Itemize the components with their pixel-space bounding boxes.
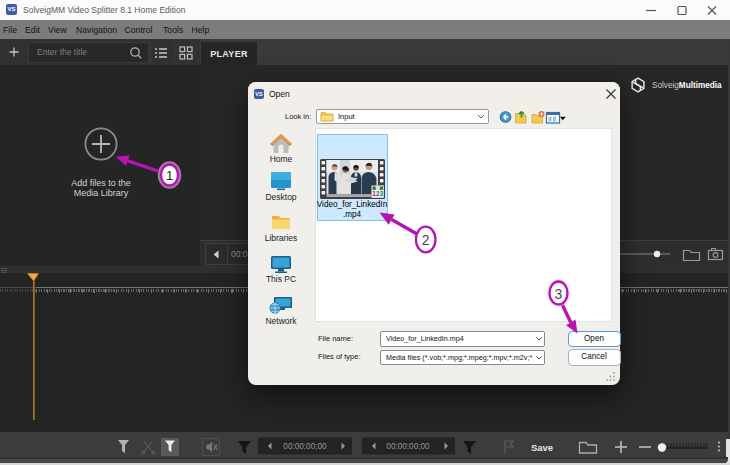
svg-text:1: 1: [166, 168, 173, 183]
svg-text:2: 2: [422, 232, 430, 248]
svg-text:3: 3: [555, 286, 563, 302]
